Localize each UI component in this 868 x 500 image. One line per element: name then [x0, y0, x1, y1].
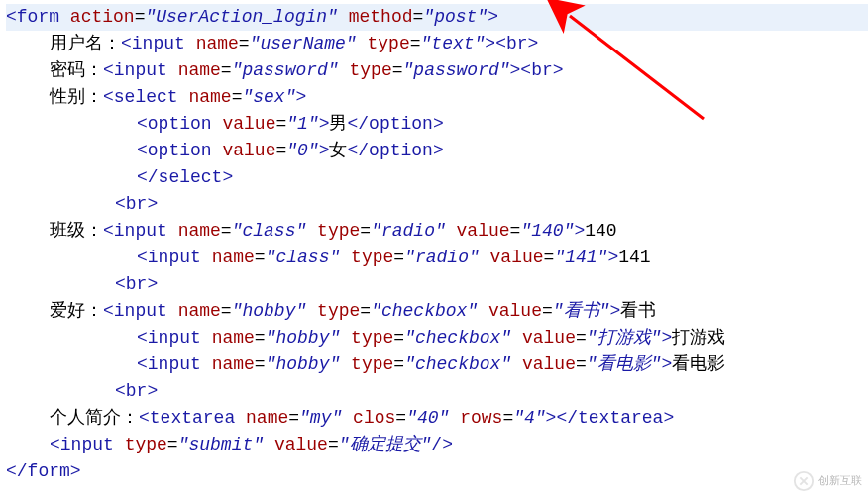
- code-token: <br>: [115, 381, 158, 401]
- code-token: [167, 221, 178, 241]
- code-token: "radio": [404, 248, 480, 267]
- code-token: name: [246, 408, 288, 428]
- watermark-text: 创新互联: [818, 467, 862, 494]
- code-token: value: [488, 301, 542, 321]
- code-token: "password": [232, 60, 339, 80]
- code-token: "看电影": [587, 354, 662, 374]
- code-line: <input name="hobby" type="checkbox" valu…: [6, 351, 868, 378]
- code-token: =: [135, 7, 146, 27]
- code-token: =: [393, 354, 404, 374]
- code-token: =: [255, 248, 266, 267]
- code-token: </option>: [347, 114, 443, 134]
- code-token: </option>: [347, 141, 443, 160]
- code-token: <input: [103, 301, 167, 321]
- code-token: value: [222, 141, 275, 160]
- code-token: "1": [286, 114, 318, 134]
- code-token: >: [609, 301, 620, 321]
- code-token: =: [392, 60, 403, 80]
- watermark-icon: [793, 470, 814, 492]
- code-token: [185, 34, 196, 53]
- code-token: =: [221, 60, 232, 80]
- code-token: name: [188, 87, 231, 107]
- code-token: =: [413, 7, 424, 27]
- code-token: "class": [266, 248, 341, 267]
- code-line: <option value="1">男</option>: [6, 111, 868, 138]
- code-token: =: [510, 221, 521, 241]
- code-token: =: [167, 435, 178, 454]
- code-token: =: [221, 301, 232, 321]
- code-token: 用户名：: [50, 34, 121, 53]
- code-line: 用户名：<input name="userName" type="text"><…: [6, 31, 868, 57]
- code-line: <br>: [6, 271, 868, 298]
- code-line: </form>: [6, 458, 868, 485]
- code-token: type: [351, 248, 393, 267]
- code-token: "UserAction_login": [145, 7, 337, 27]
- code-token: [511, 354, 522, 374]
- code-token: "140": [520, 221, 574, 241]
- code-token: value: [522, 354, 576, 374]
- code-token: <br>: [115, 194, 158, 214]
- code-token: <textarea: [139, 408, 235, 428]
- code-token: ></textarea>: [546, 408, 675, 428]
- code-token: >: [661, 328, 672, 348]
- code-token: "sex": [242, 87, 295, 107]
- code-line: 密码：<input name="password" type="password…: [6, 57, 868, 84]
- code-token: value: [490, 248, 544, 267]
- code-token: =: [232, 87, 243, 107]
- code-token: >: [574, 221, 585, 241]
- code-token: "submit": [178, 435, 264, 454]
- code-token: type: [125, 435, 167, 454]
- code-token: type: [317, 301, 360, 321]
- code-token: <select: [103, 87, 178, 107]
- code-line: <input name="class" type="radio" value="…: [6, 245, 868, 271]
- code-token: 性别：: [50, 87, 103, 107]
- code-token: <input: [103, 221, 167, 241]
- code-line: <input name="hobby" type="checkbox" valu…: [6, 325, 868, 351]
- code-token: >: [319, 141, 330, 160]
- code-token: type: [351, 328, 393, 348]
- code-token: name: [212, 354, 255, 374]
- code-token: [201, 248, 212, 267]
- code-token: value: [222, 114, 275, 134]
- code-token: 看书: [620, 301, 656, 321]
- code-token: "userName": [250, 34, 357, 53]
- code-token: >: [295, 87, 306, 107]
- code-token: name: [212, 248, 255, 267]
- code-line: <br>: [6, 191, 868, 218]
- code-token: [235, 408, 246, 428]
- code-token: =: [544, 248, 555, 267]
- code-token: 140: [585, 221, 616, 241]
- code-token: 爱好：: [50, 301, 103, 321]
- code-token: >: [607, 248, 618, 267]
- code-token: [449, 408, 460, 428]
- code-token: 班级：: [50, 221, 103, 241]
- code-token: [201, 328, 212, 348]
- code-block: <form action="UserAction_login" method="…: [0, 0, 868, 485]
- code-token: <input: [121, 34, 185, 53]
- code-token: name: [178, 221, 221, 241]
- code-token: "password": [403, 60, 510, 80]
- code-token: [167, 301, 178, 321]
- code-line: <input type="submit" value="确定提交"/>: [6, 432, 868, 458]
- code-token: />: [431, 435, 453, 454]
- code-token: type: [368, 34, 410, 53]
- watermark-logo: 创新互联: [793, 467, 862, 494]
- code-token: name: [178, 301, 221, 321]
- code-token: <form: [6, 7, 59, 27]
- code-token: 女: [329, 141, 347, 160]
- code-token: =: [255, 354, 266, 374]
- code-token: rows: [460, 408, 502, 428]
- code-token: "post": [423, 7, 488, 27]
- code-token: 男: [329, 114, 347, 134]
- code-token: <input: [137, 328, 201, 348]
- code-token: "radio": [371, 221, 446, 241]
- code-token: "checkbox": [404, 328, 511, 348]
- code-token: "确定提交": [339, 435, 432, 454]
- code-token: 141: [618, 248, 650, 267]
- code-token: =: [360, 221, 371, 241]
- code-token: </select>: [137, 167, 233, 187]
- code-token: [264, 435, 274, 454]
- code-token: </form>: [6, 461, 81, 481]
- code-token: =: [239, 34, 250, 53]
- code-token: "checkbox": [404, 354, 511, 374]
